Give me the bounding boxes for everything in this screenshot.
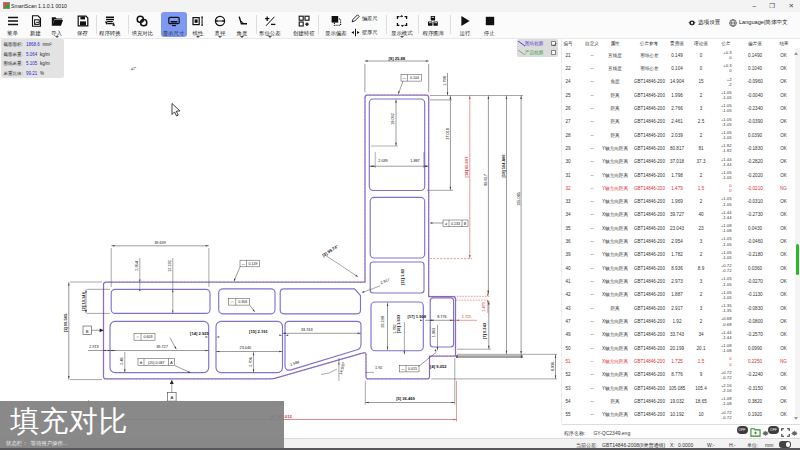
svg-text:80.817: 80.817 (484, 174, 488, 186)
svg-text:1.725: 1.725 (462, 315, 472, 319)
svg-text:2.706: 2.706 (249, 357, 253, 367)
svg-text:1.598: 1.598 (290, 360, 300, 367)
svg-text:20.199: 20.199 (381, 316, 385, 328)
svg-text:[19] 104.866: [19] 104.866 (501, 154, 506, 178)
svg-text:23.040: 23.040 (240, 346, 252, 350)
svg-text:[11] 1.83: [11] 1.83 (400, 268, 405, 285)
svg-text:[5] 36.469: [5] 36.469 (396, 396, 415, 401)
svg-text:0.104: 0.104 (410, 76, 419, 80)
svg-text:2.039: 2.039 (378, 159, 388, 163)
svg-text:37.018: 37.018 (446, 128, 450, 140)
svg-text:—: — (401, 367, 405, 371)
svg-text:[7] 9.243: [7] 9.243 (482, 322, 487, 339)
svg-text:1.963: 1.963 (432, 328, 436, 338)
svg-text:—: — (402, 76, 406, 80)
svg-text:1.782: 1.782 (393, 324, 397, 334)
svg-text:105.085: 105.085 (517, 192, 521, 206)
svg-text:[15] 2.191: [15] 2.191 (249, 329, 268, 334)
svg-text:33.743: 33.743 (301, 328, 313, 332)
svg-text:2.917: 2.917 (380, 278, 390, 285)
svg-text:[18] 65.697: [18] 65.697 (464, 156, 469, 178)
svg-text:[17] 1.908: [17] 1.908 (407, 314, 426, 319)
svg-text:0.015: 0.015 (408, 367, 417, 371)
svg-text:8.776: 8.776 (437, 315, 447, 319)
svg-text:—: — (241, 262, 245, 266)
svg-text:0.133: 0.133 (451, 222, 460, 226)
svg-text:1.887: 1.887 (410, 159, 420, 163)
svg-text:0.149: 0.149 (249, 262, 258, 266)
svg-text:1.92: 1.92 (375, 366, 382, 370)
svg-text:[4] 9.052: [4] 9.052 (430, 364, 447, 369)
svg-text:[3] 99.74°: [3] 99.74° (321, 244, 339, 258)
svg-text:19.032: 19.032 (391, 113, 395, 125)
svg-text:[9] 25.88: [9] 25.88 (388, 56, 405, 61)
svg-text:0.306: 0.306 (238, 300, 247, 304)
svg-text:1.479: 1.479 (482, 302, 486, 312)
svg-text:8.936: 8.936 (551, 362, 555, 372)
svg-text:14.906°: 14.906° (339, 361, 346, 375)
svg-text:1.798: 1.798 (443, 76, 447, 86)
